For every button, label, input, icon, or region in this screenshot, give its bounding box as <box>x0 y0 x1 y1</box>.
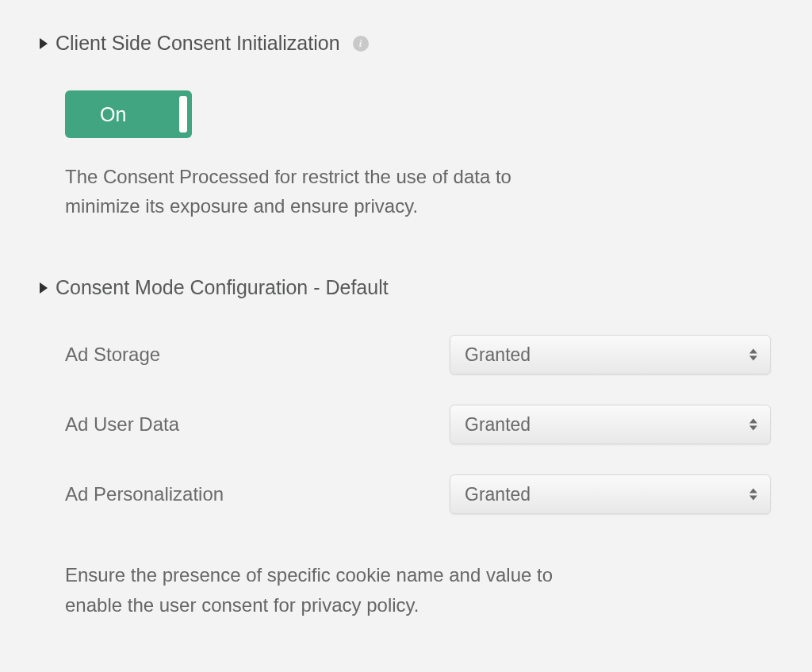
client-side-consent-section: Client Side Consent Initialization i On … <box>40 32 772 221</box>
select-value: Granted <box>465 344 530 366</box>
select-box[interactable]: Granted <box>450 405 771 444</box>
sort-arrows-icon <box>749 419 757 431</box>
toggle-state-label: On <box>100 105 126 125</box>
consent-toggle[interactable]: On <box>65 90 192 138</box>
field-label: Ad Personalization <box>65 483 224 505</box>
section-toggle-header[interactable]: Client Side Consent Initialization i <box>40 32 772 55</box>
select-value: Granted <box>465 484 530 505</box>
sort-arrows-icon <box>749 489 757 501</box>
chevron-right-icon <box>40 38 48 49</box>
section-body: On The Consent Processed for restrict th… <box>40 55 772 221</box>
info-icon[interactable]: i <box>353 36 369 52</box>
select-value: Granted <box>465 414 530 436</box>
select-box[interactable]: Granted <box>450 474 771 514</box>
chevron-right-icon <box>40 282 48 294</box>
section-toggle-header[interactable]: Consent Mode Configuration - Default <box>40 276 772 299</box>
field-row-ad-user-data: Ad User Data Granted <box>65 405 771 444</box>
section-title: Consent Mode Configuration - Default <box>56 276 389 299</box>
field-row-ad-storage: Ad Storage Granted <box>65 335 771 374</box>
select-box[interactable]: Granted <box>450 335 771 374</box>
section-title: Client Side Consent Initialization <box>56 32 340 55</box>
field-label: Ad User Data <box>65 413 179 436</box>
ad-personalization-select[interactable]: Granted <box>450 474 771 514</box>
ad-storage-select[interactable]: Granted <box>450 335 771 374</box>
consent-mode-description: Ensure the presence of specific cookie n… <box>65 560 573 619</box>
ad-user-data-select[interactable]: Granted <box>450 405 771 444</box>
section-body: Ad Storage Granted Ad User Data Granted <box>40 299 772 619</box>
field-row-ad-personalization: Ad Personalization Granted <box>65 474 771 514</box>
sort-arrows-icon <box>749 349 757 361</box>
consent-mode-config-section: Consent Mode Configuration - Default Ad … <box>40 276 772 619</box>
toggle-thumb-icon <box>179 96 187 132</box>
field-label: Ad Storage <box>65 344 160 366</box>
consent-fields: Ad Storage Granted Ad User Data Granted <box>65 335 772 544</box>
consent-description: The Consent Processed for restrict the u… <box>65 162 573 221</box>
